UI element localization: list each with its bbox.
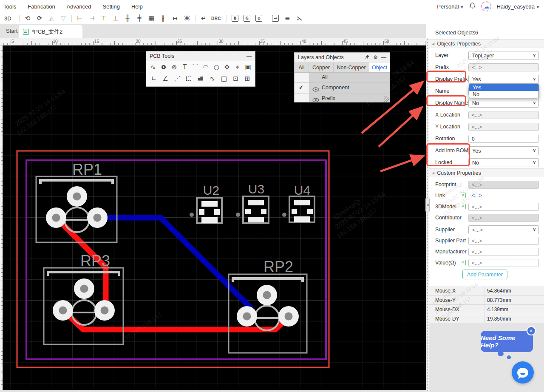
y-location-input[interactable]: <...> bbox=[468, 123, 539, 131]
layers-icon[interactable]: ≡ bbox=[282, 14, 292, 23]
eye-icon[interactable] bbox=[312, 97, 319, 102]
remove-parameter-icon[interactable]: ✕ bbox=[460, 193, 466, 198]
panel-collapse-handle[interactable]: ◀ bbox=[425, 198, 430, 212]
via-icon[interactable]: ⊚ bbox=[169, 63, 179, 71]
align-grid-icon[interactable]: ▦ bbox=[146, 14, 156, 23]
move-icon[interactable]: ✥ bbox=[222, 63, 232, 71]
object-row-prefix[interactable]: Prefix bbox=[295, 94, 390, 102]
flip-horizontal-icon[interactable]: ◭ bbox=[46, 14, 57, 23]
layers-tab-object[interactable]: Object bbox=[369, 62, 390, 72]
workspace-switcher[interactable]: Personal▼ bbox=[437, 3, 464, 10]
fabrication-icon[interactable]: ⊙ bbox=[255, 15, 262, 22]
chat-support-button[interactable] bbox=[512, 361, 534, 383]
user-account-menu[interactable]: Haidy_easyeda▼ bbox=[496, 3, 540, 10]
image-icon[interactable]: ▣ bbox=[243, 63, 253, 71]
link-value[interactable]: <...> bbox=[472, 193, 482, 199]
drc-button[interactable]: DRC bbox=[211, 16, 221, 21]
align-center-horizontal-icon[interactable]: ╫ bbox=[122, 14, 133, 23]
distribute-vertical-icon[interactable]: ∺ bbox=[170, 14, 180, 23]
layers-panel-titlebar[interactable]: Layers and Objects ⚙ — bbox=[295, 53, 390, 62]
check-icon[interactable]: ✓ bbox=[299, 84, 303, 91]
display-name-select[interactable]: No∨ bbox=[468, 99, 539, 108]
bom-icon[interactable]: B bbox=[232, 15, 238, 22]
pcb-tools-titlebar[interactable]: PCB Tools — bbox=[146, 51, 255, 61]
supplier-select[interactable]: <...>∨ bbox=[468, 225, 539, 234]
dimension-icon[interactable]: ∟ bbox=[149, 74, 159, 83]
pcb-tools-panel[interactable]: PCB Tools — ∿⊚T⌒◠○✥⌖▣ ∟∠⋰↔□⊡⊞ bbox=[146, 51, 255, 87]
menu-tools[interactable]: Tools bbox=[3, 3, 16, 10]
align-right-icon[interactable]: ⊣ bbox=[87, 14, 97, 23]
rotate-ccw-icon[interactable]: ⟲ bbox=[23, 14, 33, 23]
minimize-icon[interactable]: — bbox=[381, 54, 386, 60]
gear-icon[interactable]: ⚙ bbox=[373, 54, 378, 60]
align-bottom-icon[interactable]: ⊥ bbox=[110, 14, 121, 23]
3dmodel-input[interactable]: <...> bbox=[468, 203, 539, 211]
ring-icon[interactable] bbox=[159, 63, 169, 71]
resize-handle[interactable] bbox=[384, 97, 389, 102]
align-left-icon[interactable]: ⊢ bbox=[75, 14, 85, 23]
remove-parameter-icon[interactable]: ✕ bbox=[460, 204, 466, 209]
track-icon[interactable]: ∿ bbox=[148, 63, 158, 71]
dropdown-option-yes[interactable]: Yes bbox=[469, 84, 538, 91]
tab-start[interactable]: Start bbox=[3, 24, 21, 38]
add-parameter-button[interactable]: Add Parameter bbox=[462, 270, 507, 279]
prefix-input[interactable]: <...> bbox=[468, 63, 539, 71]
add-into-bom-select[interactable]: Yes∨ bbox=[468, 146, 539, 155]
combine-icon[interactable]: ⌘ bbox=[182, 14, 192, 23]
manufacturer-input[interactable]: <...> bbox=[468, 248, 539, 256]
display-prefix-select[interactable]: Yes∨ bbox=[468, 75, 539, 84]
help-bubble[interactable]: Need Some Help? bbox=[481, 331, 533, 352]
close-icon[interactable]: ✕ bbox=[527, 326, 536, 335]
pad-origin-icon[interactable]: ⌖ bbox=[232, 63, 243, 71]
group-icon[interactable]: ⊡ bbox=[231, 74, 241, 83]
supplier-part-input[interactable]: <...> bbox=[468, 237, 539, 245]
pin-icon[interactable] bbox=[365, 54, 370, 61]
arc-icon[interactable]: ⌒ bbox=[190, 63, 201, 71]
menu-advanced[interactable]: Advanced bbox=[67, 3, 91, 10]
minimize-icon[interactable]: — bbox=[246, 53, 252, 59]
distribute-horizontal-icon[interactable]: ∦ bbox=[158, 14, 168, 23]
menu-setting[interactable]: Setting bbox=[103, 3, 120, 10]
align-top-icon[interactable]: ⊤ bbox=[99, 14, 109, 23]
rotate-cw-icon[interactable]: ⟳ bbox=[34, 14, 45, 23]
panelize-icon[interactable]: ⊞ bbox=[242, 74, 252, 83]
dropdown-option-no[interactable]: No bbox=[469, 91, 538, 98]
select-region-icon[interactable] bbox=[184, 74, 194, 83]
rotation-input[interactable]: 0 bbox=[468, 135, 539, 143]
object-row-component[interactable]: ✓ Component bbox=[295, 83, 390, 94]
value-ohm-input[interactable]: <...> bbox=[468, 259, 539, 267]
cloud-logo-icon[interactable]: ☁ bbox=[481, 1, 491, 11]
eye-icon[interactable] bbox=[312, 86, 319, 94]
layers-objects-panel[interactable]: Layers and Objects ⚙ — All Copper Non-Co… bbox=[294, 52, 390, 102]
rect-icon[interactable]: □ bbox=[219, 74, 229, 83]
tab-pcb-file[interactable]: *PCB_文件2 bbox=[19, 25, 82, 38]
x-location-input[interactable]: <...> bbox=[468, 111, 539, 119]
locked-select[interactable]: No∨ bbox=[468, 158, 539, 167]
dotted-line-icon[interactable]: ⋰ bbox=[172, 74, 182, 83]
circle-icon[interactable]: ○ bbox=[211, 63, 221, 71]
section-custom-properties[interactable]: ◢ Custom Properties bbox=[429, 168, 544, 177]
import-change-icon[interactable]: ↵ bbox=[198, 14, 209, 23]
polygon-icon[interactable] bbox=[196, 74, 206, 83]
menu-fabrication[interactable]: Fabrication bbox=[28, 3, 55, 10]
align-center-vertical-icon[interactable]: ╪ bbox=[134, 14, 144, 23]
text-icon[interactable]: T bbox=[180, 63, 190, 71]
section-objects-properties[interactable]: ◢ Objects Properties bbox=[429, 39, 544, 48]
menu-help[interactable]: Help bbox=[131, 3, 143, 10]
view-3d-button[interactable]: 3D bbox=[4, 15, 16, 22]
layers-tab-non-copper[interactable]: Non-Copper bbox=[334, 62, 369, 72]
angle-icon[interactable]: ∠ bbox=[160, 74, 170, 83]
notifications-bell-icon[interactable] bbox=[469, 2, 476, 11]
layer-select[interactable]: TopLayer∨ bbox=[468, 51, 539, 60]
layers-tab-copper[interactable]: Copper bbox=[309, 62, 334, 72]
gerber-icon[interactable]: G bbox=[244, 15, 250, 22]
layers-tab-all[interactable]: All bbox=[295, 62, 309, 72]
remove-parameter-icon[interactable]: ✕ bbox=[460, 260, 466, 265]
arc-center-icon[interactable]: ◠ bbox=[201, 63, 211, 71]
object-row-all[interactable]: All bbox=[295, 73, 390, 83]
horizontal-scrollbar[interactable] bbox=[0, 390, 426, 392]
export-icon[interactable]: ↩ bbox=[272, 15, 279, 22]
flip-vertical-icon[interactable]: ▽ bbox=[58, 14, 68, 23]
measure-icon[interactable]: ↔ bbox=[206, 72, 219, 85]
panel-divider[interactable] bbox=[426, 38, 429, 392]
